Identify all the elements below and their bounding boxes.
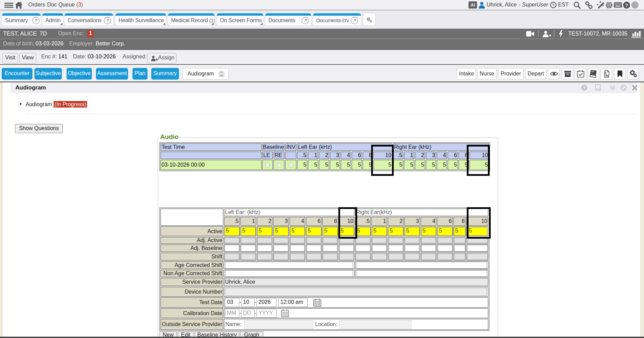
svg-text:?: ? bbox=[625, 2, 628, 8]
svg-text:?: ? bbox=[583, 86, 585, 90]
